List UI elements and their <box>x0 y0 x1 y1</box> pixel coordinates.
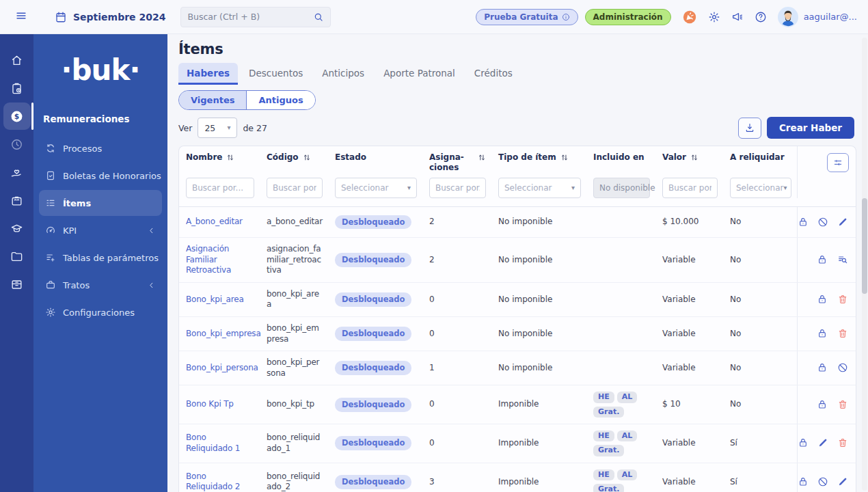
sidebar-item-items[interactable]: Ítems <box>39 190 162 216</box>
announcements-icon[interactable] <box>731 11 744 23</box>
column-header-nombre[interactable]: Nombre <box>179 146 260 176</box>
trash-action-button[interactable] <box>837 437 848 449</box>
cell-nombre: Bono Reliquidado 1 <box>179 424 260 463</box>
sidebar-item-procesos[interactable]: Procesos <box>39 135 162 161</box>
sidebar-item-configuraciones[interactable]: Configuraciones <box>39 299 162 325</box>
hamburger-menu-button[interactable] <box>15 10 27 24</box>
filter-input-codigo[interactable] <box>267 178 323 198</box>
cell-valor: Variable <box>655 463 723 492</box>
tab-aporte-patronal[interactable]: Aporte Patronal <box>375 63 463 85</box>
cell-tipo-de-item: Imponible <box>491 424 586 463</box>
celebration-icon[interactable] <box>682 10 697 25</box>
rail-item-hand-heart-icon[interactable] <box>3 159 31 186</box>
rail-item-dollar-icon[interactable]: $ <box>3 102 31 130</box>
sidebar-item-tablas-de-parametros[interactable]: Tablas de parámetros <box>39 245 162 271</box>
cell-codigo: a_bono_editar <box>260 207 328 237</box>
cell-incluido-en <box>586 207 655 237</box>
column-header-codigo[interactable]: Código <box>260 146 328 176</box>
scrollbar-track[interactable] <box>862 38 867 491</box>
trash-action-button[interactable] <box>837 294 848 305</box>
period-selector[interactable]: Septiembre 2024 <box>73 12 165 23</box>
filter-input-asignaciones[interactable] <box>429 178 486 198</box>
clock-icon <box>10 138 23 151</box>
cell-nombre: Bono_kpi_empresa <box>179 317 260 351</box>
toggle-vigentes[interactable]: Vigentes <box>179 91 246 109</box>
lock-action-button[interactable] <box>816 399 828 411</box>
tab-creditos[interactable]: Créditos <box>466 63 521 85</box>
cell-nombre: Bono_kpi_persona <box>179 351 260 385</box>
sidebar-item-boletas-de-honorarios[interactable]: Boletas de Honorarios <box>39 163 162 189</box>
lock-action-button[interactable] <box>798 437 809 449</box>
filter-input-nombre[interactable] <box>186 178 254 198</box>
avatar[interactable] <box>778 7 798 27</box>
lock-action-button[interactable] <box>816 294 828 305</box>
toggle-antiguos[interactable]: Antiguos <box>246 91 314 109</box>
trial-badge[interactable]: Prueba Gratuita <box>476 9 578 25</box>
trash-icon <box>837 399 848 410</box>
sidebar-item-label: KPI <box>63 226 77 236</box>
rail-item-cabinet-icon[interactable] <box>3 271 31 298</box>
ban-action-button[interactable] <box>817 217 828 228</box>
pencil-icon <box>837 217 848 228</box>
cell-tipo-de-item: No imponible <box>491 238 586 282</box>
item-name-link[interactable]: Bono_kpi_area <box>186 295 244 305</box>
pencil-action-button[interactable] <box>817 437 828 449</box>
page-size-select[interactable]: 25 ▾ <box>198 118 237 138</box>
rail-item-home-icon[interactable] <box>3 46 31 74</box>
item-name-link[interactable]: Asignación Familiar Retroactiva <box>186 244 254 276</box>
item-name-link[interactable]: Bono Kpi Tp <box>186 399 234 410</box>
rail-item-folder-icon[interactable] <box>3 243 31 270</box>
search-input[interactable] <box>187 12 313 22</box>
settings-gear-icon[interactable] <box>708 11 720 23</box>
rail-item-graduation-icon[interactable] <box>3 215 31 242</box>
scrollbar-thumb[interactable] <box>862 198 867 294</box>
item-name-link[interactable]: A_bono_editar <box>186 217 243 228</box>
item-name-link[interactable]: Bono_kpi_persona <box>186 363 258 374</box>
sort-icon <box>560 153 569 162</box>
sidebar-item-label: Ítems <box>63 198 91 208</box>
calendar-icon[interactable] <box>55 11 67 23</box>
filter-select-tipo-de-item[interactable]: Seleccionar▾ <box>498 178 581 198</box>
pencil-icon <box>817 437 828 448</box>
lock-action-button[interactable] <box>816 328 828 340</box>
rail-item-box-icon[interactable] <box>3 187 31 214</box>
cell-valor: Variable <box>655 351 723 385</box>
info-icon <box>562 13 570 21</box>
search-icon[interactable] <box>313 12 324 23</box>
admin-badge[interactable]: Administración <box>585 9 671 25</box>
lock-action-button[interactable] <box>798 476 809 488</box>
trash-action-button[interactable] <box>837 328 848 340</box>
rail-item-clipboard-clock-icon[interactable] <box>3 74 31 102</box>
rail-item-clock-icon[interactable] <box>3 131 31 158</box>
item-name-link[interactable]: Bono_kpi_empresa <box>186 329 261 340</box>
download-button[interactable] <box>738 118 761 139</box>
filter-select-a-reliquidar[interactable]: Seleccionar▾ <box>730 178 791 198</box>
search-list-action-button[interactable] <box>837 254 848 266</box>
column-header-asignaciones[interactable]: Asigna-ciones <box>422 146 491 176</box>
lock-action-button[interactable] <box>816 362 828 374</box>
sidebar-item-kpi[interactable]: KPI <box>39 217 162 243</box>
ban-action-button[interactable] <box>837 362 848 374</box>
pencil-action-button[interactable] <box>837 476 848 488</box>
column-settings-button[interactable] <box>827 153 849 172</box>
lock-action-button[interactable] <box>798 217 809 228</box>
tab-anticipos[interactable]: Anticipos <box>314 63 372 85</box>
sidebar-item-tratos[interactable]: Tratos <box>39 272 162 298</box>
global-search[interactable] <box>180 7 331 27</box>
help-icon[interactable] <box>755 11 767 23</box>
column-header-tipo-de-item[interactable]: Tipo de ítem <box>491 146 586 176</box>
tab-haberes[interactable]: Haberes <box>178 63 238 85</box>
column-header-valor[interactable]: Valor <box>655 146 723 176</box>
tab-descuentos[interactable]: Descuentos <box>241 63 311 85</box>
filter-input-valor[interactable] <box>662 178 718 198</box>
create-haber-button[interactable]: Crear Haber <box>767 117 854 139</box>
lock-action-button[interactable] <box>816 254 828 266</box>
pencil-action-button[interactable] <box>837 217 848 228</box>
ban-action-button[interactable] <box>817 476 828 488</box>
item-name-link[interactable]: Bono Reliquidado 1 <box>186 433 254 454</box>
trash-action-button[interactable] <box>837 399 848 411</box>
username[interactable]: aaguilar@... <box>804 12 857 22</box>
filter-select-estado[interactable]: Seleccionar▾ <box>335 178 417 198</box>
lock-icon <box>798 437 809 448</box>
item-name-link[interactable]: Bono Reliquidado 2 <box>186 472 254 492</box>
